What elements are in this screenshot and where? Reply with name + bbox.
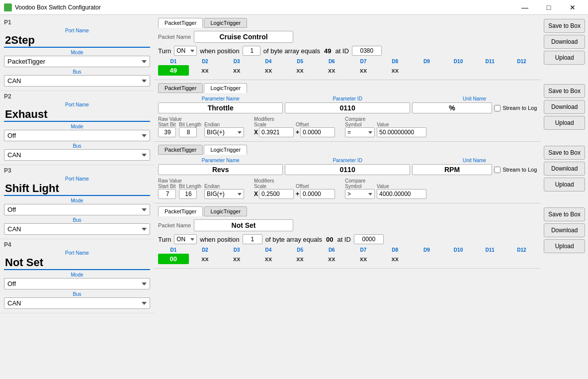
compare-group-c2: Compare Symbol =!=><>=<= Value xyxy=(345,116,426,137)
param-name-input-c2[interactable] xyxy=(158,102,283,113)
bus-select-p4[interactable]: CAN LIN xyxy=(4,297,150,309)
param-grid-c2: Parameter Name Parameter ID Unit Name xyxy=(158,96,537,113)
symbol-group-c3: Symbol =!=><>=<= xyxy=(345,184,375,199)
byte-header-d7: D7 xyxy=(348,59,379,64)
symbol-select-c3[interactable]: =!=><>=<= xyxy=(345,189,375,199)
endian-select-c2[interactable]: BIG(+)LITTLE(+)BIG(-)LITTLE(-) xyxy=(204,127,244,137)
stream-log-check-c3[interactable] xyxy=(494,167,501,173)
mode-select-p1[interactable]: PacketTigger LogicTrigger Off xyxy=(4,56,150,67)
port-name-label-p1: Port Name xyxy=(4,28,150,33)
bus-select-p1[interactable]: CAN LIN xyxy=(4,75,150,87)
save-to-box-btn-c4[interactable]: Save to Box xyxy=(544,207,585,221)
main-content: P1 Port Name Mode PacketTigger LogicTrig… xyxy=(0,15,588,379)
config-section-3: PacketTigger LogicTrigger Parameter Name… xyxy=(154,142,588,203)
turn-label-c4: Turn xyxy=(158,236,171,243)
unit-name-label-c2: Unit Name xyxy=(463,96,486,101)
of-label-c4: of byte array equals xyxy=(265,236,322,243)
tab-c4-logic[interactable]: LogicTrigger xyxy=(204,206,247,216)
stream-log-label-c3: Stream to Log xyxy=(503,167,537,173)
value-group-c2: Value xyxy=(377,122,426,137)
tab-c2-packet[interactable]: PacketTigger xyxy=(158,83,203,93)
bit-length-group-c3: Bit Length xyxy=(179,184,201,199)
download-btn-c4[interactable]: Download xyxy=(544,223,585,237)
mode-select-p3[interactable]: PacketTigger LogicTrigger Off xyxy=(4,204,150,215)
maximize-button[interactable]: □ xyxy=(537,0,560,15)
id-input-c4[interactable] xyxy=(354,234,384,244)
download-btn-c1[interactable]: Download xyxy=(544,35,585,49)
packet-name-label-c4: Packet Name xyxy=(158,222,191,228)
bus-select-p2[interactable]: CAN LIN xyxy=(4,149,150,161)
tab-c1-packet[interactable]: PacketTigger xyxy=(158,18,203,28)
packet-name-label-c1: Packet Name xyxy=(158,34,191,40)
tab-c2-logic[interactable]: LogicTrigger xyxy=(204,83,247,93)
minimize-button[interactable]: — xyxy=(513,0,536,15)
symbol-select-c2[interactable]: =!=><>=<= xyxy=(345,127,375,137)
upload-btn-c4[interactable]: Upload xyxy=(544,239,585,253)
download-btn-c3[interactable]: Download xyxy=(544,162,585,176)
upload-btn-c1[interactable]: Upload xyxy=(544,51,585,65)
id-input-c1[interactable] xyxy=(352,46,382,56)
start-bit-input-c3[interactable] xyxy=(158,189,176,199)
param-id-cell-c2: Parameter ID xyxy=(285,96,410,113)
value-label-c3: Value xyxy=(377,184,426,189)
port-name-input-p2[interactable] xyxy=(4,108,150,122)
upload-btn-c2[interactable]: Upload xyxy=(544,116,585,130)
unit-name-input-c2[interactable] xyxy=(412,102,492,113)
byte-header-c4-d6: D6 xyxy=(316,247,347,253)
mod-label-c2: Modifiers xyxy=(254,116,335,122)
value-input-c2[interactable] xyxy=(377,127,426,137)
upload-btn-c3[interactable]: Upload xyxy=(544,178,585,191)
tabs-c2: PacketTigger LogicTrigger xyxy=(158,83,537,93)
tab-c1-logic[interactable]: LogicTrigger xyxy=(204,18,247,28)
mode-select-p2[interactable]: PacketTigger LogicTrigger Off xyxy=(4,130,150,141)
close-button[interactable]: ✕ xyxy=(561,0,584,15)
port-name-input-p4[interactable] xyxy=(4,256,150,270)
turn-row-c1: Turn ONOFF when position of byte array e… xyxy=(158,46,537,56)
unit-name-cell-c3: Unit Name Stream to Log xyxy=(412,158,537,175)
offset-input-c2[interactable] xyxy=(300,127,335,137)
offset-input-c3[interactable] xyxy=(300,189,335,199)
param-id-input-c3[interactable] xyxy=(285,164,410,175)
p3-label: P3 xyxy=(0,165,154,174)
port-name-input-p1[interactable] xyxy=(4,34,150,48)
tab-c3-packet[interactable]: PacketTigger xyxy=(158,145,203,155)
save-to-box-btn-c3[interactable]: Save to Box xyxy=(544,146,585,160)
scale-input-c2[interactable] xyxy=(259,127,294,137)
start-bit-group-c3: Start Bit xyxy=(158,184,176,199)
value-input-c3[interactable] xyxy=(377,189,426,199)
byte-cell-c1-d10 xyxy=(443,65,474,76)
position-value-c1[interactable] xyxy=(243,46,260,56)
turn-select-c1[interactable]: ONOFF xyxy=(174,46,197,56)
bit-length-input-c2[interactable] xyxy=(179,127,197,137)
download-btn-c2[interactable]: Download xyxy=(544,100,585,114)
turn-select-c4[interactable]: ONOFF xyxy=(174,234,197,244)
stream-log-check-c2[interactable] xyxy=(494,105,501,111)
unit-name-label-c3: Unit Name xyxy=(463,158,486,163)
byte-cell-c4-d5: xx xyxy=(285,254,316,264)
when-label-c4: when position xyxy=(200,236,240,243)
bus-label-p1: Bus xyxy=(4,69,150,75)
endian-select-c3[interactable]: BIG(+)LITTLE(+)BIG(-)LITTLE(-) xyxy=(204,189,244,199)
save-to-box-btn-c2[interactable]: Save to Box xyxy=(544,84,585,98)
position-input-c4[interactable] xyxy=(243,234,262,244)
tab-c3-logic[interactable]: LogicTrigger xyxy=(204,145,247,155)
bus-select-p3[interactable]: CAN LIN xyxy=(4,223,150,235)
packet-name-input-c1[interactable] xyxy=(194,31,293,43)
position-input-c1[interactable] xyxy=(243,46,260,56)
byte-cell-c4-d2: xx xyxy=(190,254,221,264)
packet-name-input-c4[interactable] xyxy=(194,219,293,231)
param-name-input-c3[interactable] xyxy=(158,164,283,175)
byte-cell-c4-d9 xyxy=(412,254,442,264)
scale-input-c3[interactable] xyxy=(259,189,294,199)
offset-label-c2: Offset xyxy=(296,122,335,127)
start-bit-input-c2[interactable] xyxy=(158,127,176,137)
unit-name-input-c3[interactable] xyxy=(412,164,492,175)
mode-select-p4[interactable]: PacketTigger LogicTrigger Off xyxy=(4,278,150,289)
port-name-input-p3[interactable] xyxy=(4,182,150,196)
mod-label-c3: Modifiers xyxy=(254,178,335,184)
save-to-box-btn-c1[interactable]: Save to Box xyxy=(544,19,585,33)
scale-group-c3: Scale X xyxy=(254,184,294,199)
bit-length-input-c3[interactable] xyxy=(179,189,197,199)
param-id-input-c2[interactable] xyxy=(285,102,410,113)
tab-c4-packet[interactable]: PacketTigger xyxy=(158,206,203,216)
